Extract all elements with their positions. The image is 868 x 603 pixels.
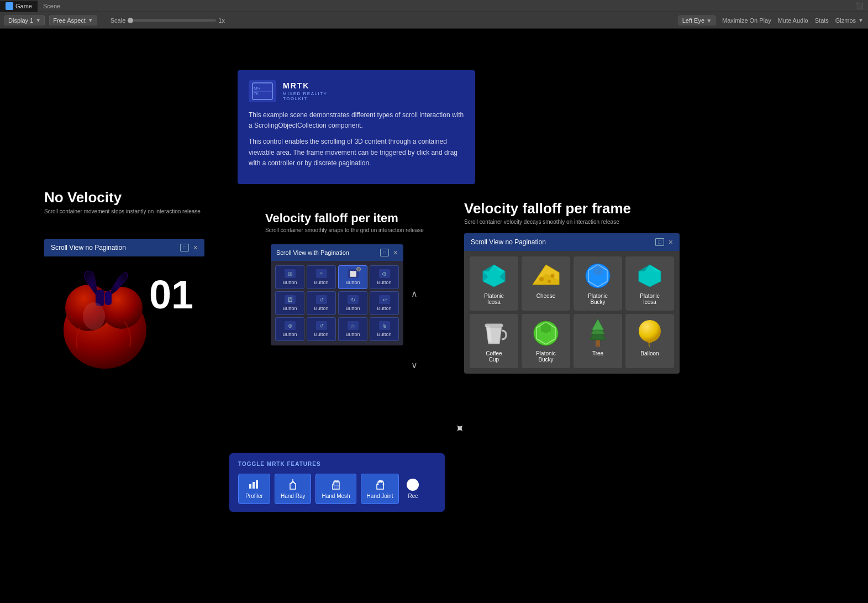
grid-btn-1[interactable]: ≡ Button [307, 265, 336, 289]
svg-point-19 [551, 274, 555, 278]
scroll-panel-velocity-frame: Scroll View no Pagination □ × [464, 233, 680, 374]
maximize-button[interactable]: Maximize On Play [722, 17, 771, 24]
grid-item-balloon[interactable]: Balloon [625, 314, 674, 368]
profiler-button[interactable]: Profiler [238, 474, 270, 504]
scale-value: 1x [218, 17, 225, 24]
stats-button[interactable]: Stats [815, 17, 829, 24]
scale-slider[interactable] [128, 19, 216, 22]
rec-label: Rec [408, 493, 418, 499]
platonic-icosa-svg-1 [481, 264, 507, 288]
grid-btn-8[interactable]: ⊕ Button [275, 317, 304, 341]
grid-btn-10[interactable]: ☆ Button [338, 317, 367, 341]
svg-marker-23 [639, 265, 661, 287]
display-label: Display 1 [8, 17, 33, 24]
grid-btn-3[interactable]: ⚙ Button [370, 265, 399, 289]
hand-joint-icon [373, 479, 387, 491]
mrtk-subtitle: MIXED REALITYTOOLKIT [283, 91, 327, 101]
grid-btn-5[interactable]: ↺ Button [307, 291, 336, 315]
grid-btn-7[interactable]: ↩ Button [370, 291, 399, 315]
hand-mesh-icon [329, 479, 343, 491]
svg-rect-35 [249, 484, 251, 489]
collapse-button[interactable]: ⬛ [856, 2, 868, 9]
tab-game[interactable]: Game [0, 1, 38, 12]
no-velocity-subtitle: Scroll container movement stops instantl… [44, 208, 201, 214]
grid-btn-9[interactable]: ↺ Button [307, 317, 336, 341]
balloon-svg [637, 319, 662, 348]
items-grid: PlatonicIcosa Cheese [464, 251, 680, 374]
platonic-bucky-svg-1 [584, 263, 612, 289]
toggle-mrtk-panel: TOGGLE MRTK FEATURES Profiler [229, 453, 445, 512]
right-minimize-icon[interactable]: □ [655, 238, 664, 246]
editor-tab-bar: Game Scene ⬛ [0, 0, 868, 12]
display-chevron: ▼ [35, 17, 41, 23]
grid-btn-2[interactable]: ○ ⬜ Button [338, 265, 367, 289]
heart-3d-model [47, 266, 157, 377]
grid-item-label-tree: Tree [592, 350, 603, 356]
arrow-up[interactable]: ∧ [411, 289, 418, 299]
grid-item-label-cheese: Cheese [536, 293, 555, 299]
close-button-nv[interactable]: × [193, 243, 198, 252]
grid-item-tree[interactable]: Tree [574, 314, 622, 368]
scroll-paginated-title: Scroll View with Pagination [276, 249, 349, 256]
display-select[interactable]: Display 1 ▼ [4, 15, 45, 25]
grid-btn-icon-7: ↩ [379, 295, 390, 304]
grid-item-platonic-icosa-1[interactable]: PlatonicIcosa [470, 256, 518, 311]
grid-item-platonic-bucky-2[interactable]: PlatonicBucky [522, 314, 570, 368]
mute-audio-button[interactable]: Mute Audio [778, 17, 808, 24]
grid-btn-11[interactable]: 🖱 Button [370, 317, 399, 341]
grid-item-platonic-icosa-2[interactable]: PlatonicIcosa [625, 256, 674, 311]
toolbar-right: Left Eye ▼ Maximize On Play Mute Audio S… [678, 15, 864, 25]
hand-mesh-button[interactable]: Hand Mesh [315, 474, 356, 504]
grid-item-label-platonic-bucky-1: PlatonicBucky [588, 293, 608, 305]
grid-item-img-tree [583, 319, 613, 347]
button-grid: ⊞ Button ≡ Button ○ ⬜ Button ⚙ Button 🖼 … [271, 261, 403, 345]
coffee-cup-svg [481, 319, 507, 347]
grid-btn-6[interactable]: ↻ Button [338, 291, 367, 315]
right-close-button[interactable]: × [669, 238, 673, 247]
grid-item-label-platonic-bucky-2: PlatonicBucky [536, 350, 556, 363]
aspect-select[interactable]: Free Aspect ▼ [49, 15, 97, 25]
grid-item-platonic-bucky-1[interactable]: PlatonicBucky [574, 256, 622, 311]
mrtk-desc-1: This example scene demonstrates differen… [249, 110, 464, 131]
mrtk-desc-2: This control enables the scrolling of 3D… [249, 137, 464, 169]
aspect-label: Free Aspect [53, 17, 86, 24]
scroll-panel-right-icons: □ × [655, 238, 673, 247]
pin-icon[interactable]: ✦ [450, 420, 467, 437]
hand-joint-button[interactable]: Hand Joint [361, 474, 399, 504]
scroll-panel-no-velocity: Scroll View no Pagination □ × [44, 239, 204, 256]
gizmos-button[interactable]: Gizmos ▼ [835, 17, 864, 24]
grid-item-img-platonic-bucky-2 [531, 319, 561, 347]
mrtk-title: MRTK [283, 81, 327, 90]
mrtk-logo: MR TK [249, 80, 276, 102]
tab-scene[interactable]: Scene [38, 1, 66, 11]
scroll-panel-right-header: Scroll View no Pagination □ × [464, 233, 680, 251]
grid-btn-4[interactable]: 🖼 Button [275, 291, 304, 315]
velocity-item-subtitle: Scroll container smoothly snaps to the g… [265, 227, 424, 233]
mrtk-description: This example scene demonstrates differen… [249, 110, 464, 169]
svg-point-45 [377, 484, 378, 485]
svg-point-17 [539, 277, 544, 281]
game-view: MR TK MRTK MIXED REALITYTOOLKIT This exa… [0, 29, 868, 603]
platonic-bucky-svg-2 [532, 320, 560, 347]
arrow-down[interactable]: ∨ [411, 360, 418, 370]
paginated-minimize-icon[interactable]: □ [380, 249, 389, 256]
svg-point-18 [548, 280, 551, 283]
grid-btn-0[interactable]: ⊞ Button [275, 265, 304, 289]
minimize-icon[interactable]: □ [180, 244, 189, 251]
grid-btn-label-3: Button [377, 280, 391, 285]
grid-btn-icon-1: ≡ [316, 269, 327, 278]
scale-control: Scale 1x [111, 17, 225, 24]
grid-btn-icon-8: ⊕ [285, 321, 296, 330]
rec-button[interactable]: Rec [407, 479, 419, 499]
svg-point-46 [382, 484, 384, 485]
maximize-label: Maximize On Play [722, 17, 771, 24]
paginated-close-button[interactable]: × [393, 248, 398, 257]
scroll-panel-right-title: Scroll View no Pagination [471, 238, 546, 246]
grid-item-coffee-cup[interactable]: CoffeeCup [470, 314, 518, 368]
velocity-frame-section: Velocity falloff per frame Scroll contai… [464, 200, 631, 232]
gizmos-chevron: ▼ [858, 17, 864, 23]
grid-item-cheese[interactable]: Cheese [522, 256, 570, 311]
hand-ray-label: Hand Ray [281, 493, 305, 499]
eye-select[interactable]: Left Eye ▼ [678, 15, 716, 25]
hand-ray-button[interactable]: Hand Ray [275, 474, 311, 504]
